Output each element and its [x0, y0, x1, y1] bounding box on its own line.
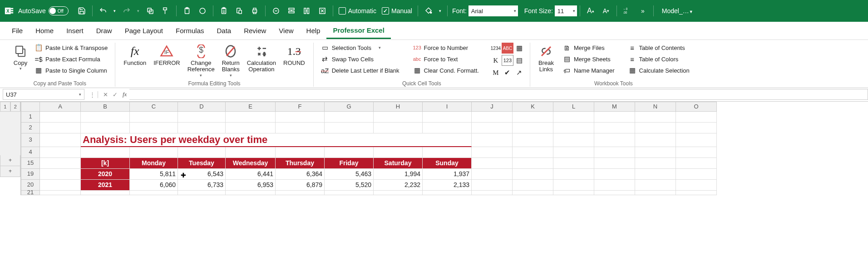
cell[interactable]: 6,060	[130, 180, 178, 191]
merge-files-button[interactable]: 🗎Merge Files	[560, 43, 617, 53]
cell[interactable]	[553, 158, 594, 169]
cell[interactable]: Monday	[130, 158, 178, 169]
cell[interactable]	[676, 158, 717, 169]
column-header[interactable]: H	[374, 102, 423, 112]
delete-last-letter-button[interactable]: aZDelete Last Letter if Blank	[318, 65, 402, 75]
cell[interactable]	[594, 123, 635, 133]
cell[interactable]	[130, 112, 178, 123]
outline-expand-button[interactable]: +	[0, 155, 20, 166]
cell[interactable]: 6,364	[276, 169, 325, 180]
cell[interactable]	[325, 191, 374, 195]
cell[interactable]	[374, 112, 423, 123]
cell[interactable]	[594, 180, 635, 191]
calc-selection-button[interactable]: ▦Calculate Selection	[626, 65, 692, 75]
m-icon[interactable]: M	[490, 67, 502, 78]
cell[interactable]	[553, 147, 594, 158]
name-box[interactable]: U37▾	[3, 89, 84, 100]
decimal-icon[interactable]: ←0.00	[621, 4, 634, 18]
cell[interactable]	[276, 147, 325, 158]
tab-help[interactable]: Help	[300, 23, 327, 38]
tab-insert[interactable]: Insert	[60, 23, 90, 38]
column-header[interactable]: G	[325, 102, 374, 112]
cell[interactable]	[676, 147, 717, 158]
overflow-icon[interactable]: »	[636, 4, 650, 18]
row-header[interactable]: 19	[21, 169, 40, 180]
cell[interactable]	[40, 112, 81, 123]
cell[interactable]: Tuesday	[178, 158, 226, 169]
cell[interactable]	[81, 123, 130, 133]
fontsize-select[interactable]	[555, 5, 571, 16]
cell[interactable]	[676, 180, 717, 191]
cell[interactable]	[676, 169, 717, 180]
paste-special-icon[interactable]	[232, 4, 246, 18]
cell[interactable]	[374, 147, 423, 158]
abc-format-icon[interactable]: ABC	[502, 43, 513, 54]
row-header[interactable]: 2	[21, 123, 40, 133]
calculation-op-button[interactable]: Calculation Operation	[243, 43, 280, 74]
column-header[interactable]: F	[276, 102, 325, 112]
cell[interactable]	[553, 123, 594, 133]
cell[interactable]	[676, 191, 717, 195]
cell[interactable]	[472, 133, 513, 147]
dots-icon[interactable]: ⋮	[87, 91, 98, 98]
num-icon[interactable]: 123	[502, 55, 513, 66]
save-icon[interactable]	[75, 4, 89, 18]
force-text-button[interactable]: abcForce to Text	[410, 54, 482, 64]
font-dropdown-icon[interactable]: ▾	[512, 5, 518, 16]
paste-exact-formula-button[interactable]: =$Paste Exact Formula	[32, 54, 110, 64]
link-icon[interactable]	[269, 4, 283, 18]
cell[interactable]	[472, 180, 513, 191]
cell[interactable]	[374, 191, 423, 195]
cell[interactable]: 6,543	[178, 169, 226, 180]
cell[interactable]	[676, 133, 717, 147]
cell[interactable]	[276, 191, 325, 195]
column-header[interactable]: I	[423, 102, 472, 112]
cell[interactable]	[553, 133, 594, 147]
clear-cond-format-button[interactable]: ▦Clear Cond. Formatt.	[410, 65, 482, 75]
cell[interactable]	[40, 169, 81, 180]
cell[interactable]	[513, 147, 553, 158]
undo-dropdown-icon[interactable]: ▾	[112, 4, 118, 18]
tab-page-layout[interactable]: Page Layout	[118, 23, 169, 38]
cell[interactable]	[40, 158, 81, 169]
cell[interactable]	[423, 123, 472, 133]
cell[interactable]: [k]	[81, 158, 130, 169]
insert-col-icon[interactable]	[300, 4, 314, 18]
round-button[interactable]: 1.3ROUND	[280, 43, 309, 67]
paste-single-column-button[interactable]: ▦Paste to Single Column	[32, 65, 110, 75]
cell[interactable]	[130, 147, 178, 158]
delete-cell-icon[interactable]	[316, 4, 329, 18]
cell[interactable]	[423, 147, 472, 158]
row-header[interactable]: 21	[21, 191, 40, 195]
cell[interactable]	[594, 158, 635, 169]
cell[interactable]: 5,811	[130, 169, 178, 180]
cell[interactable]	[594, 191, 635, 195]
fontsize-dropdown-icon[interactable]: ▾	[571, 5, 577, 16]
force-number-button[interactable]: 123Force to Number	[410, 43, 482, 53]
cell[interactable]	[40, 133, 81, 147]
tab-file[interactable]: File	[5, 23, 29, 38]
cell[interactable]	[635, 158, 676, 169]
cell[interactable]	[226, 123, 276, 133]
cell[interactable]	[178, 191, 226, 195]
cell[interactable]	[513, 112, 553, 123]
toc-colors-button[interactable]: ≡Table of Colors	[626, 54, 692, 64]
increase-font-icon[interactable]: A▴	[584, 4, 597, 18]
selection-tools-button[interactable]: ▭Selection Tools▾	[318, 43, 402, 53]
cell[interactable]	[635, 112, 676, 123]
cell[interactable]	[40, 123, 81, 133]
fill-color-dropdown-icon[interactable]: ▾	[437, 4, 444, 18]
column-header[interactable]: K	[513, 102, 553, 112]
cell[interactable]	[472, 147, 513, 158]
cell[interactable]	[513, 158, 553, 169]
redo-dropdown-icon[interactable]: ▾	[135, 4, 142, 18]
cell[interactable]	[472, 123, 513, 133]
check-icon[interactable]: ✔	[502, 67, 513, 78]
column-header[interactable]: L	[553, 102, 594, 112]
undo-icon[interactable]	[96, 4, 110, 18]
cell[interactable]	[40, 180, 81, 191]
cell[interactable]: 2,232	[374, 180, 423, 191]
cell[interactable]: 6,953	[226, 180, 276, 191]
cell[interactable]	[226, 147, 276, 158]
cell[interactable]: 5,520	[325, 180, 374, 191]
